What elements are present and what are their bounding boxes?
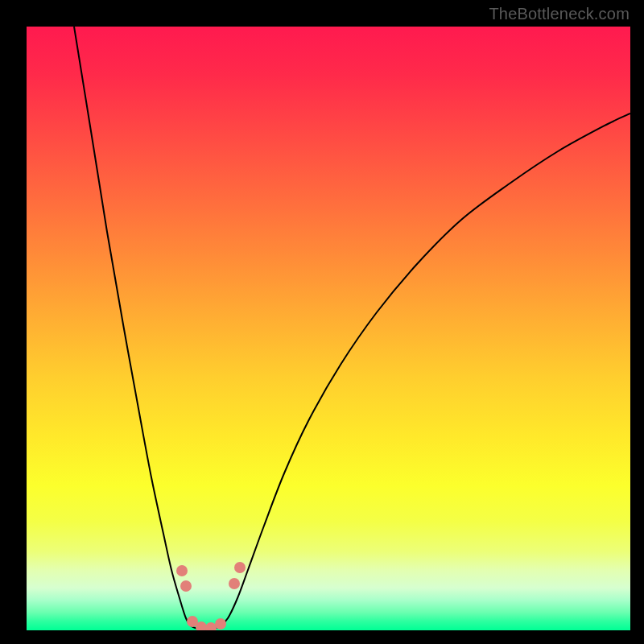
left-dot-2 bbox=[180, 580, 192, 592]
attribution-text: TheBottleneck.com bbox=[489, 5, 630, 23]
bottom-dot-4 bbox=[215, 618, 226, 630]
right-dot-1 bbox=[229, 578, 240, 589]
curve-layer bbox=[27, 27, 630, 630]
chart-stage: TheBottleneck.com bbox=[0, 0, 644, 644]
bottleneck-curve bbox=[74, 27, 630, 629]
right-dot-2 bbox=[234, 562, 246, 573]
bottom-dot-3 bbox=[205, 622, 217, 630]
plot-area bbox=[27, 27, 630, 630]
left-dot-1 bbox=[176, 565, 188, 576]
